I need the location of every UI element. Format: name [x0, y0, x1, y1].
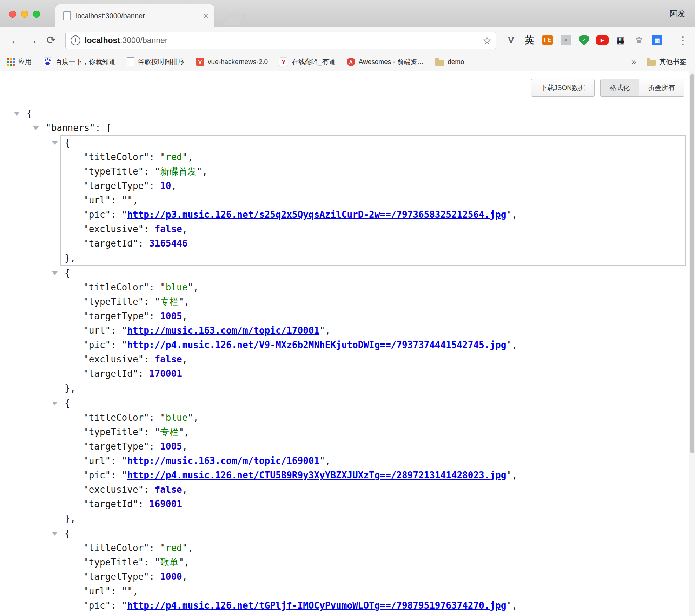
reload-button[interactable]: ⟳	[44, 27, 59, 53]
key-name: "titleColor"	[83, 152, 149, 162]
qrcode-icon[interactable]: ▦	[611, 27, 630, 53]
collapse-toggle-icon[interactable]	[52, 402, 58, 405]
scrollbar-track[interactable]	[689, 71, 695, 616]
paw-icon[interactable]	[630, 27, 648, 53]
paw-part	[45, 59, 46, 61]
bookmark-item[interactable]: demo	[435, 58, 464, 66]
json-line: "url": "",	[61, 584, 685, 598]
json-url-link[interactable]: http://p3.music.126.net/s25q2x5QyqsAzilC…	[127, 209, 506, 220]
format-button[interactable]: 格式化	[601, 79, 639, 96]
bookmark-label: Awesomes - 前端资…	[359, 57, 424, 66]
colon: :	[144, 427, 154, 437]
colon: :	[138, 499, 149, 509]
close-brace: },	[65, 253, 75, 263]
quote: "	[122, 456, 127, 466]
bookmarks-overflow-button[interactable]: »	[631, 57, 636, 67]
json-line: {	[61, 396, 685, 411]
blue-grid-icon[interactable]: ▦	[648, 27, 666, 53]
omnibox[interactable]: i localhost:3000/banner ☆	[65, 32, 496, 49]
json-line: "url": "http://music.163.com/m/topic/170…	[61, 323, 685, 338]
open-brace: {	[65, 398, 70, 408]
bookmarks-list: 应用百度一下，你就知道谷歌按时间排序Vvue-hackernews-2.0Y在线…	[0, 57, 631, 66]
vimium-icon: V	[508, 35, 514, 46]
open-brace: {	[65, 268, 70, 278]
comma: ,	[325, 456, 331, 466]
json-url-link[interactable]: http://music.163.com/m/topic/170001	[127, 325, 319, 336]
json-object: {"titleColor": "blue","typeTitle": "专栏",…	[60, 266, 686, 396]
comma: ,	[182, 224, 188, 234]
translate-icon[interactable]: 英	[520, 27, 538, 53]
bookmark-item[interactable]: 应用	[7, 57, 32, 66]
bookmark-star-icon[interactable]: ☆	[482, 34, 492, 47]
youtube-icon[interactable]: ▶	[593, 27, 611, 53]
page-info-icon[interactable]: i	[71, 35, 80, 45]
other-bookmarks-folder[interactable]: 其他书签	[647, 57, 686, 66]
tab-close-icon[interactable]: ×	[203, 11, 208, 20]
boolean-value: false	[155, 615, 182, 616]
paw-part	[640, 38, 642, 40]
gray-dot-icon[interactable]: ●	[557, 27, 575, 53]
json-line: {	[61, 266, 685, 280]
browser-tab[interactable]: localhost:3000/banner ×	[55, 4, 214, 27]
quote: "	[178, 557, 184, 568]
colon-bracket: : [	[95, 123, 112, 133]
bookmark-label: 谷歌按时间排序	[138, 57, 185, 66]
json-line: "titleColor": "blue",	[61, 280, 685, 295]
key-name: "pic"	[83, 340, 111, 350]
json-url-link[interactable]: http://p4.music.126.net/V9-MXz6b2MNhEKju…	[127, 340, 506, 350]
colon: :	[144, 296, 154, 307]
json-url-link[interactable]: http://p4.music.126.net/CTU5B9R9y3XyYBZX…	[127, 470, 506, 480]
comma: ,	[182, 571, 188, 582]
vimium-icon[interactable]: V	[502, 27, 520, 53]
bookmarks-right: » 其他书签	[631, 57, 695, 67]
json-line: "banners": [	[0, 121, 686, 135]
fullscreen-window-button[interactable]	[33, 11, 40, 18]
json-url-link[interactable]: http://p4.music.126.net/tGPljf-IMOCyPvum…	[127, 600, 506, 611]
collapse-toggle-icon[interactable]	[14, 112, 20, 116]
quote: "	[506, 600, 512, 611]
colon: :	[149, 181, 160, 191]
key-name: "url"	[83, 456, 111, 466]
quote: "	[122, 325, 127, 336]
shield-icon: ✓	[579, 35, 589, 45]
bookmark-label: 在线翻译_有道	[292, 57, 336, 66]
key-name: "titleColor"	[83, 412, 149, 423]
colon: :	[149, 441, 160, 452]
download-json-button[interactable]: 下载JSON数据	[531, 79, 595, 97]
bookmark-label: demo	[448, 58, 464, 66]
profile-name[interactable]: 阿发	[670, 0, 685, 27]
fehelper-icon[interactable]: FE	[538, 27, 557, 53]
close-window-button[interactable]	[9, 11, 16, 18]
collapse-toggle-icon[interactable]	[33, 126, 39, 130]
folder-icon	[435, 60, 444, 66]
comma: ,	[202, 166, 208, 177]
collapse-toggle-icon[interactable]	[52, 271, 58, 275]
translate-icon: 英	[525, 34, 534, 46]
number-value: 1005	[160, 311, 182, 321]
bookmark-item[interactable]: Vvue-hackernews-2.0	[196, 58, 268, 66]
bookmark-item[interactable]: Y在线翻译_有道	[279, 57, 336, 66]
bookmarks-bar: 应用百度一下，你就知道谷歌按时间排序Vvue-hackernews-2.0Y在线…	[0, 53, 695, 71]
bookmark-item[interactable]: 百度一下，你就知道	[43, 57, 115, 66]
bookmark-item[interactable]: AAwesomes - 前端资…	[347, 57, 424, 66]
back-button[interactable]: ←	[8, 27, 23, 53]
collapse-toggle-icon[interactable]	[52, 141, 58, 145]
minimize-window-button[interactable]	[21, 11, 28, 18]
new-tab-button[interactable]	[222, 13, 246, 25]
forward-button[interactable]: →	[25, 27, 40, 53]
string-value: 专栏	[160, 427, 178, 437]
collapse-all-button[interactable]: 折叠所有	[639, 79, 684, 96]
json-line: "pic": "http://p4.music.126.net/tGPljf-I…	[61, 598, 685, 613]
url-text[interactable]: localhost:3000/banner	[85, 36, 482, 45]
bookmark-item[interactable]: 谷歌按时间排序	[127, 57, 185, 66]
comma: ,	[187, 543, 193, 553]
qrcode-icon: ▦	[616, 35, 625, 46]
colon: :	[149, 543, 160, 553]
quote: "	[160, 543, 166, 553]
json-url-link[interactable]: http://music.163.com/m/topic/169001	[127, 456, 319, 466]
shield-icon[interactable]: ✓	[575, 27, 593, 53]
tab-strip: localhost:3000/banner × 阿发	[0, 0, 695, 28]
collapse-toggle-icon[interactable]	[52, 532, 58, 536]
scrollbar-thumb[interactable]	[690, 74, 694, 453]
browser-menu-button[interactable]: ⋮	[676, 27, 690, 53]
